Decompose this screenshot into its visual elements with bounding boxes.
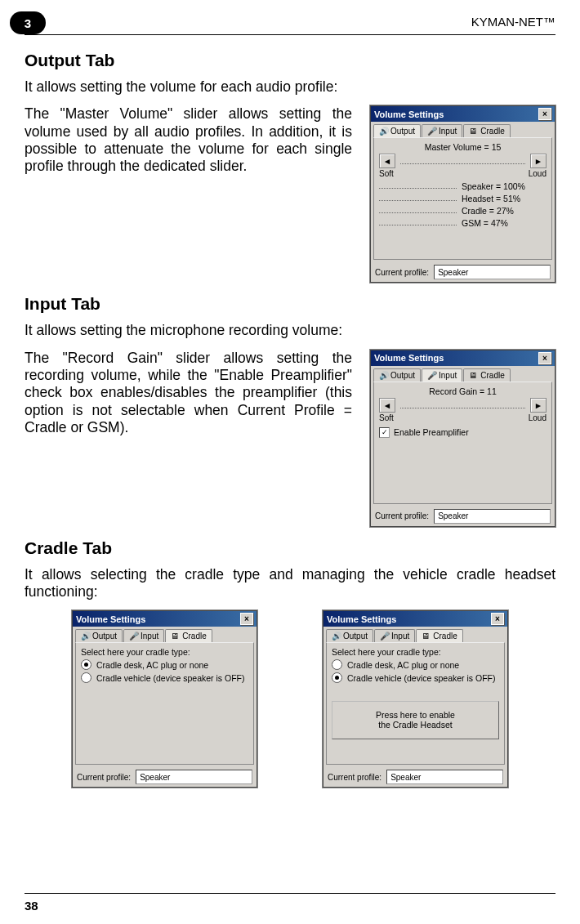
tab-input[interactable]: 🎤Input [123, 629, 164, 642]
speaker-icon: 🔊 [332, 632, 341, 641]
mic-icon: 🎤 [380, 632, 389, 641]
radio-cradle-vehicle[interactable] [332, 672, 342, 683]
enable-cradle-headset-button[interactable]: Press here to enable the Cradle Headset [332, 701, 499, 739]
headset-label: Headset = 51% [462, 194, 520, 203]
current-profile-label: Current profile: [375, 511, 429, 520]
cradle-prompt: Select here your cradle type: [81, 647, 248, 657]
gsm-slider[interactable] [379, 219, 457, 227]
record-gain-label: Record Gain = 11 [379, 386, 547, 396]
gsm-label: GSM = 47% [462, 218, 508, 228]
tab-input[interactable]: 🎤Input [422, 368, 462, 382]
cradle-icon: 🖥 [469, 371, 478, 380]
tab-cradle[interactable]: 🖥Cradle [463, 368, 510, 382]
section3-intro: It allows selecting the cradle type and … [25, 566, 555, 601]
volume-settings-cradle-window-b: Volume Settings × 🔊Output 🎤Input 🖥Cradle… [323, 610, 508, 788]
section-title-output: Output Tab [25, 51, 555, 70]
master-volume-slider[interactable] [399, 156, 527, 166]
record-gain-slider[interactable] [399, 400, 527, 410]
tab-output[interactable]: 🔊Output [326, 629, 373, 642]
section1-intro: It allows setting the volume for each au… [25, 78, 555, 96]
radio-cradle-vehicle-label: Cradle vehicle (device speaker is OFF) [96, 673, 244, 683]
mic-icon: 🎤 [129, 632, 138, 641]
headset-slider[interactable] [379, 194, 457, 203]
window-title: Volume Settings [374, 353, 444, 363]
speaker-icon: 🔊 [379, 127, 388, 136]
current-profile-value[interactable]: Speaker [434, 509, 551, 524]
window-title: Volume Settings [374, 109, 444, 119]
cradle-icon: 🖥 [469, 127, 478, 136]
tab-input[interactable]: 🎤Input [374, 629, 415, 642]
tab-cradle[interactable]: 🖥Cradle [165, 629, 212, 642]
loud-label: Loud [529, 169, 547, 178]
header-rule [25, 34, 555, 35]
volume-dec-button[interactable]: ◄ [379, 154, 395, 168]
radio-cradle-desk-label: Cradle desk, AC plug or none [96, 660, 208, 670]
tab-input[interactable]: 🎤Input [422, 124, 462, 137]
radio-cradle-desk[interactable] [332, 659, 342, 670]
master-volume-label: Master Volume = 15 [379, 142, 547, 152]
current-profile-value[interactable]: Speaker [434, 265, 551, 279]
loud-label: Loud [529, 413, 547, 422]
tab-cradle[interactable]: 🖥Cradle [416, 629, 462, 642]
close-icon[interactable]: × [491, 613, 504, 625]
radio-cradle-desk[interactable] [81, 659, 91, 670]
section1-para: The "Master Volume" slider allows settin… [25, 105, 352, 175]
cradle-label: Cradle = 27% [462, 206, 514, 216]
speaker-slider[interactable] [379, 182, 457, 190]
soft-label: Soft [379, 413, 394, 422]
section-title-cradle: Cradle Tab [25, 538, 555, 558]
cradle-prompt: Select here your cradle type: [332, 647, 499, 657]
current-profile-value[interactable]: Speaker [136, 770, 252, 784]
radio-cradle-vehicle[interactable] [81, 672, 91, 683]
cradle-slider[interactable] [379, 207, 457, 215]
speaker-icon: 🔊 [81, 632, 90, 641]
soft-label: Soft [379, 169, 394, 178]
current-profile-label: Current profile: [77, 773, 131, 782]
gain-inc-button[interactable]: ► [530, 398, 547, 413]
radio-cradle-vehicle-label: Cradle vehicle (device speaker is OFF) [347, 673, 495, 683]
preamp-checkbox[interactable]: ✓ [379, 427, 390, 438]
chapter-badge: 3 [10, 11, 46, 34]
section2-intro: It allows setting the microphone recordi… [25, 322, 555, 339]
mic-icon: 🎤 [427, 371, 436, 380]
volume-settings-input-window: Volume Settings × 🔊Output 🎤Input 🖥Cradle… [370, 350, 555, 527]
tab-cradle[interactable]: 🖥Cradle [463, 124, 510, 137]
product-name: KYMAN-NET™ [471, 15, 555, 29]
window-title: Volume Settings [327, 614, 396, 624]
cradle-icon: 🖥 [171, 632, 180, 641]
preamp-label: Enable Preamplifier [394, 427, 469, 437]
window-title: Volume Settings [76, 614, 145, 624]
volume-inc-button[interactable]: ► [530, 154, 547, 168]
close-icon[interactable]: × [538, 108, 551, 120]
close-icon[interactable]: × [240, 613, 253, 625]
cradle-icon: 🖥 [422, 632, 431, 641]
current-profile-label: Current profile: [375, 268, 429, 277]
mic-icon: 🎤 [427, 127, 436, 136]
speaker-icon: 🔊 [379, 371, 388, 380]
section2-para: The "Record Gain" slider allows setting … [25, 350, 352, 437]
radio-cradle-desk-label: Cradle desk, AC plug or none [347, 660, 459, 670]
gain-dec-button[interactable]: ◄ [379, 398, 395, 413]
current-profile-value[interactable]: Speaker [386, 770, 503, 784]
volume-settings-cradle-window-a: Volume Settings × 🔊Output 🎤Input 🖥Cradle… [72, 610, 257, 788]
tab-output[interactable]: 🔊Output [373, 368, 421, 382]
section-title-input: Input Tab [25, 294, 555, 314]
volume-settings-output-window: Volume Settings × 🔊Output 🎤Input 🖥Cradle… [370, 105, 555, 283]
page-number: 38 [25, 893, 555, 913]
current-profile-label: Current profile: [328, 773, 381, 782]
tab-output[interactable]: 🔊Output [75, 629, 123, 642]
close-icon[interactable]: × [538, 352, 551, 364]
tab-output[interactable]: 🔊Output [373, 124, 421, 137]
speaker-label: Speaker = 100% [462, 181, 525, 191]
